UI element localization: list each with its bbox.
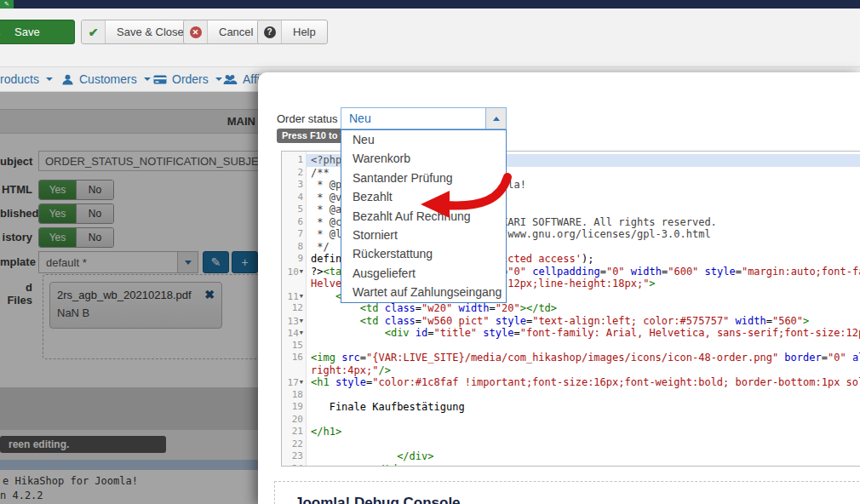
chevron-down-icon [46,77,53,81]
code-line: 24 </td> [282,463,860,467]
code-line: 16<img src="{VAR:LIVE_SITE}/media/com_hi… [282,352,860,364]
cancel-icon: ✕ [184,20,208,43]
save-close-button-label: Save & Close [106,20,195,43]
code-line: right:4px;"/> [282,364,860,377]
toolbar: ✎ Save ✔ Save & Close ✕ Cancel ? Help [0,9,860,66]
users-icon [223,74,238,85]
code-line: 20 [282,414,860,427]
save-icon: ✎ [0,20,6,43]
order-status-option[interactable]: Santander Prüfung [341,169,506,187]
order-status-option[interactable]: Rückerstattung [341,244,506,263]
chevron-up-icon [493,117,500,121]
order-status-options: NeuWarenkorbSantander PrüfungBezahltBeza… [341,129,507,303]
fold-arrow-icon[interactable]: ▼ [300,293,303,300]
debug-console-heading: Joomla! Debug Console [295,495,461,504]
email-preview-modal: Order status Press F10 to t 1<?php2/**3 … [258,72,860,504]
help-button[interactable]: ? Help [257,20,328,44]
press-f10-badge: Press F10 to t [277,129,346,143]
save-close-button[interactable]: ✔ Save & Close [81,20,196,44]
fold-arrow-icon[interactable]: ▼ [300,379,303,386]
chevron-down-icon [144,77,151,81]
order-status-option[interactable]: Storniert [341,226,506,244]
code-line: 14▼ <div id="title" style="font-family: … [282,327,860,340]
save-indicator-icon: ✎ [0,0,14,9]
code-line: 15 [282,340,860,352]
order-status-select-caret[interactable] [485,108,506,129]
menu-item-products-label: roducts [0,72,39,86]
code-line: 12 <td class="w20" width="20"></td> [282,302,860,315]
menu-item-orders-label: Orders [172,72,209,86]
credit-card-icon [153,74,167,85]
fold-arrow-icon[interactable]: ▼ [300,318,303,324]
help-icon: ? [258,20,282,43]
menu-item-customers[interactable]: Customers [61,67,151,91]
menu-item-customers-label: Customers [79,72,137,86]
help-button-label: Help [282,20,327,43]
order-status-option[interactable]: Neu [341,130,506,149]
user-icon [61,73,74,85]
menu-item-orders[interactable]: Orders [153,67,222,91]
screen: ✎ ✎ Save ✔ Save & Close ✕ Cancel ? Help … [0,0,860,504]
chevron-down-icon [215,77,222,81]
order-status-option[interactable]: Warenkorb [341,149,506,168]
code-line: 23 </div> [282,450,860,463]
order-status-option[interactable]: Bezahlt Auf Rechnung [341,207,506,226]
fold-arrow-icon[interactable]: ▼ [300,329,303,336]
order-status-label: Order status [277,112,338,125]
check-icon: ✔ [82,20,106,43]
cancel-button[interactable]: ✕ Cancel [183,20,265,44]
code-line: 13▼ <td class="w560 pict" style="text-al… [282,315,860,328]
save-button-label: Save [6,20,49,43]
code-line: 21</h1> [282,426,860,438]
code-line: 22 [282,438,860,451]
cancel-button-label: Cancel [208,20,264,43]
order-status-select[interactable]: Neu [341,107,507,129]
save-button[interactable]: ✎ Save [0,20,75,44]
order-status-option[interactable]: Bezahlt [341,187,506,206]
fold-arrow-icon[interactable]: ▼ [300,268,303,275]
top-status-bar: ✎ [0,0,860,9]
order-status-option[interactable]: Wartet auf Zahlungseingang [341,283,506,301]
code-line: 18 [282,389,860,402]
order-status-select-value: Neu [349,112,371,125]
debug-console-box: Joomla! Debug Console [274,481,860,504]
menu-item-products[interactable]: roducts [0,67,53,91]
order-status-option[interactable]: Ausgeliefert [341,264,506,283]
code-line: 19 Finale Kaufbestätigung [282,401,860,414]
code-line: 17▼<h1 style="color:#1c8faf !important;f… [282,376,860,389]
